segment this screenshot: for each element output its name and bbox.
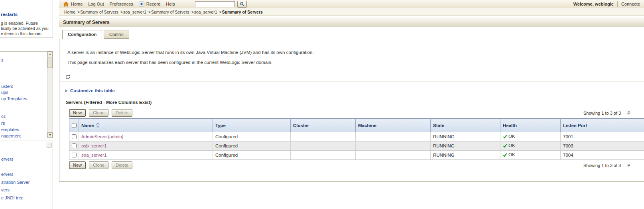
change-center-text: g is enabled. Future: [1, 21, 38, 26]
delete-button[interactable]: Delete: [112, 109, 132, 117]
delete-button[interactable]: Delete: [112, 161, 132, 169]
breadcrumb-separator: >: [219, 10, 222, 14]
breadcrumb-link[interactable]: soa_server1: [194, 10, 217, 14]
customize-table-label: Customize this table: [70, 88, 115, 93]
clone-button[interactable]: Clone: [89, 161, 108, 169]
sidebar-tree-link[interactable]: s: [1, 58, 4, 62]
welcome-user-label: Welcome, weblogic: [573, 2, 614, 6]
sidebar-scrollbar[interactable]: ▲ ▼: [47, 52, 53, 138]
breadcrumb-link[interactable]: Summary of Servers: [80, 10, 118, 14]
home-link[interactable]: Home: [71, 2, 83, 6]
sidebar-howdoi-link[interactable]: ervers: [1, 172, 14, 177]
search-button[interactable]: [237, 1, 247, 8]
health-label: OK: [508, 134, 515, 139]
search-icon: [240, 2, 244, 6]
sidebar-tree-link[interactable]: rs: [1, 121, 5, 125]
name-header-label: Name: [81, 123, 94, 128]
intro-text-1: A server is an instance of WebLogic Serv…: [67, 50, 314, 55]
scroll-down-arrow[interactable]: ▼: [47, 132, 53, 138]
server-name-link[interactable]: AdminServer(admin): [81, 134, 123, 139]
machine-cell: [356, 151, 431, 160]
breadcrumb-link[interactable]: Home: [64, 10, 75, 14]
collapse-panel-icon[interactable]: −: [47, 143, 51, 147]
column-header-listen-port: Listen Port: [561, 119, 644, 132]
table-title: Servers (Filtered - More Columns Exist): [66, 100, 152, 105]
banner-divider: [617, 1, 618, 7]
sort-icon[interactable]: [96, 123, 100, 128]
scroll-up-arrow[interactable]: ▲: [47, 52, 53, 57]
cluster-cell: [291, 151, 356, 160]
breadcrumb-separator: >: [148, 10, 151, 14]
paging-previous-link[interactable]: P: [627, 163, 630, 168]
listen-port-cell: 7004: [561, 151, 644, 160]
breadcrumb-link[interactable]: soa_server1: [123, 10, 146, 14]
table-row: soa_server1 Configured RUNNING OK 7004: [69, 151, 644, 160]
new-button[interactable]: New: [69, 109, 86, 117]
breadcrumb-separator: >: [77, 10, 80, 14]
health-ok-icon: [503, 134, 507, 139]
tab-strip: Configuration Control: [62, 30, 131, 39]
customize-table-link[interactable]: Customize this table: [65, 88, 115, 93]
row-checkbox[interactable]: [72, 143, 77, 148]
logout-link[interactable]: Log Out: [88, 2, 104, 6]
machine-cell: [356, 132, 431, 141]
home-icon[interactable]: [63, 1, 69, 7]
preferences-link[interactable]: Preferences: [109, 2, 133, 6]
sidebar-tree-link[interactable]: up Templates: [1, 96, 27, 101]
page-title: Summary of Servers: [59, 18, 644, 27]
sidebar-howdoi-link[interactable]: e JNDI tree: [1, 195, 24, 200]
tab-configuration[interactable]: Configuration: [62, 30, 102, 39]
health-cell: OK: [500, 132, 561, 141]
search-input[interactable]: [195, 1, 235, 7]
tab-control[interactable]: Control: [104, 30, 129, 39]
column-header-machine: Machine: [356, 119, 431, 132]
refresh-icon[interactable]: [65, 74, 71, 80]
top-banner: Home Log Out Preferences Record Help Wel…: [59, 0, 644, 8]
sidebar-howdoi-link[interactable]: vers: [1, 187, 10, 192]
health-ok-icon: [503, 153, 507, 157]
sidebar-tree-link[interactable]: usters: [1, 84, 13, 89]
machine-cell: [356, 141, 431, 151]
health-ok-icon: [503, 143, 507, 148]
clone-button[interactable]: Clone: [89, 109, 108, 117]
sidebar-tree-link[interactable]: nagement: [1, 133, 21, 138]
breadcrumb-current: Summary of Servers: [222, 10, 263, 14]
paging-info: Showing 1 to 3 of 3 P: [583, 163, 630, 168]
cluster-cell: [291, 132, 356, 141]
breadcrumb-link[interactable]: Summary of Servers: [151, 10, 189, 14]
column-header-cluster: Cluster: [291, 119, 356, 132]
table-toolbar-top: New Clone Delete Showing 1 to 3 of 3 P: [69, 109, 644, 118]
row-checkbox[interactable]: [72, 153, 77, 157]
paging-showing-label: Showing 1 to 3 of 3: [583, 163, 621, 168]
help-link[interactable]: Help: [166, 2, 175, 6]
how-do-i-panel: − ervers ervers stration Server vers e J…: [0, 141, 53, 209]
new-button[interactable]: New: [69, 161, 86, 169]
column-header-name: Name: [79, 119, 213, 132]
record-link[interactable]: Record: [146, 2, 160, 6]
breadcrumb-separator: >: [120, 10, 123, 14]
select-all-checkbox[interactable]: [72, 123, 77, 128]
domain-structure-panel: s usters ups up Templates cs rs emplates…: [0, 51, 53, 138]
breadcrumb-separator: >: [191, 10, 194, 14]
scrollbar-thumb[interactable]: [47, 58, 53, 68]
sidebar-tree-link[interactable]: cs: [1, 114, 6, 119]
sidebar-howdoi-link[interactable]: ervers: [1, 157, 14, 161]
type-cell: Configured: [213, 132, 291, 141]
paging-previous-link[interactable]: P: [627, 111, 630, 115]
table-row: AdminServer(admin) Configured RUNNING OK…: [69, 132, 644, 141]
listen-port-cell: 7001: [561, 132, 644, 141]
intro-text-2: This page summarizes each server that ha…: [67, 60, 272, 65]
sidebar-tree-link[interactable]: emplates: [1, 127, 19, 132]
change-center-text: tically be activated as you: [1, 26, 49, 31]
server-name-link[interactable]: osb_server1: [81, 143, 106, 148]
record-icon: [139, 2, 144, 6]
table-toolbar-bottom: New Clone Delete Showing 1 to 3 of 3 P: [69, 161, 644, 170]
paging-showing-label: Showing 1 to 3 of 3: [583, 111, 621, 115]
sidebar-tree-link[interactable]: ups: [1, 90, 8, 95]
connected-to-label: Connecte: [621, 2, 640, 6]
sidebar-howdoi-link[interactable]: stration Server: [1, 180, 30, 185]
row-checkbox[interactable]: [72, 134, 77, 139]
server-name-link[interactable]: soa_server1: [81, 153, 106, 157]
breadcrumb: Home>Summary of Servers>soa_server1>Summ…: [59, 9, 644, 16]
table-header-row: Name Type Cluster Machine State Health L…: [69, 119, 644, 132]
